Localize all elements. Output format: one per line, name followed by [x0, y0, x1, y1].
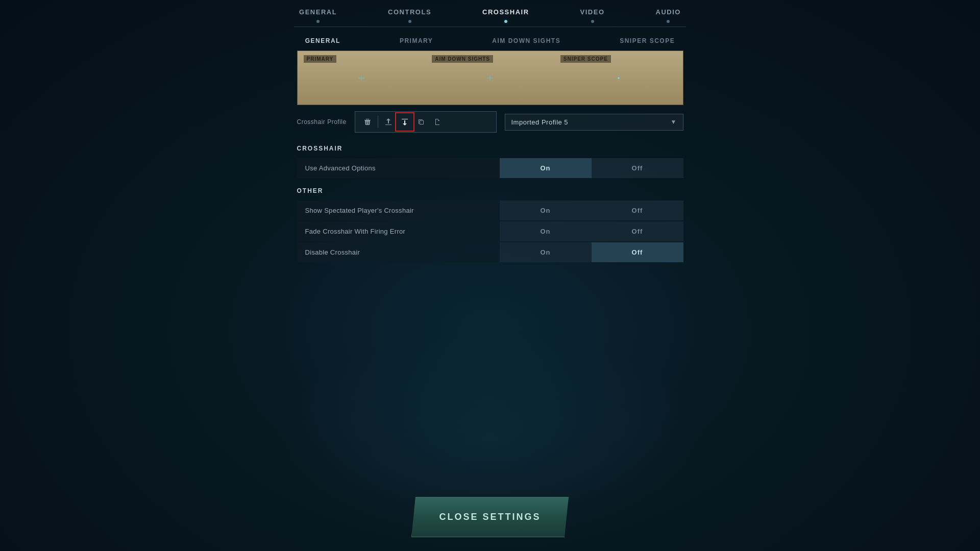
dot-crosshair-icon — [618, 77, 620, 79]
preview-primary-label: PRIMARY — [304, 55, 337, 63]
use-advanced-options-off[interactable]: Off — [592, 158, 683, 178]
nav-item-audio[interactable]: AUDIO — [651, 8, 686, 23]
preview-sniper-label: SNIPER SCOPE — [560, 55, 611, 63]
settings-content: CROSSHAIR Use Advanced Options On Off OT… — [297, 145, 683, 263]
settings-container: GENERAL CONTROLS CROSSHAIR VIDEO AUDIO G… — [0, 0, 980, 551]
top-nav: GENERAL CONTROLS CROSSHAIR VIDEO AUDIO — [294, 0, 686, 23]
nav-dot-audio — [667, 20, 670, 23]
nav-dot-general — [316, 20, 320, 23]
show-spectated-crosshair-on[interactable]: On — [500, 201, 592, 220]
delete-profile-button[interactable] — [359, 114, 376, 130]
fade-crosshair-on[interactable]: On — [500, 221, 592, 241]
show-spectated-crosshair-off[interactable]: Off — [592, 201, 683, 220]
fade-crosshair-row: Fade Crosshair With Firing Error On Off — [297, 221, 683, 241]
crosshair-primary — [357, 74, 365, 82]
crosshair-profile-label: Crosshair Profile — [297, 118, 355, 126]
export-profile-button[interactable] — [380, 114, 397, 130]
sub-nav-aim-down-sights[interactable]: AIM DOWN SIGHTS — [488, 35, 565, 46]
import-profile-button[interactable] — [397, 114, 413, 130]
crosshair-ads — [486, 74, 494, 82]
use-advanced-options-label: Use Advanced Options — [297, 158, 500, 178]
crosshair-section-header: CROSSHAIR — [297, 145, 683, 154]
nav-item-crosshair[interactable]: CROSSHAIR — [477, 8, 534, 23]
nav-item-general[interactable]: GENERAL — [294, 8, 342, 23]
nav-item-controls[interactable]: CONTROLS — [383, 8, 436, 23]
divider — [378, 116, 378, 128]
crosshair-sniper — [618, 77, 620, 79]
use-advanced-options-toggle: On Off — [500, 158, 683, 178]
nav-dot-crosshair — [504, 20, 507, 23]
preview-sniper: SNIPER SCOPE — [554, 51, 683, 105]
profile-controls: Crosshair Profile — [297, 111, 683, 133]
use-advanced-options-on[interactable]: On — [500, 158, 592, 178]
sub-nav: GENERAL PRIMARY AIM DOWN SIGHTS SNIPER S… — [301, 35, 679, 51]
disable-crosshair-on[interactable]: On — [500, 242, 592, 262]
preview-ads: AIM DOWN SIGHTS — [426, 51, 554, 105]
use-advanced-options-row: Use Advanced Options On Off — [297, 158, 683, 178]
disable-crosshair-off[interactable]: Off — [592, 242, 683, 262]
selected-profile-label: Imported Profile 5 — [511, 118, 569, 126]
disable-crosshair-row: Disable Crosshair On Off — [297, 242, 683, 262]
other-section-header: OTHER — [297, 187, 683, 196]
sub-nav-sniper-scope[interactable]: SNIPER SCOPE — [616, 35, 679, 46]
crosshair-small-icon — [357, 74, 365, 82]
disable-crosshair-label: Disable Crosshair — [297, 242, 500, 262]
profile-action-buttons — [355, 111, 497, 133]
profile-dropdown[interactable]: Imported Profile 5 ▼ — [505, 114, 683, 131]
chevron-down-icon: ▼ — [671, 118, 677, 126]
preview-primary: PRIMARY — [298, 51, 426, 105]
show-spectated-crosshair-label: Show Spectated Player's Crosshair — [297, 201, 500, 220]
nav-dot-controls — [408, 20, 411, 23]
crosshair-preview: PRIMARY AIM DOWN SIGHTS SNIPER SCOPE — [297, 51, 683, 105]
show-spectated-crosshair-row: Show Spectated Player's Crosshair On Off — [297, 201, 683, 220]
fade-crosshair-toggle: On Off — [500, 221, 683, 241]
nav-item-video[interactable]: VIDEO — [575, 8, 610, 23]
copy-profile-button[interactable] — [413, 114, 429, 130]
sub-nav-general[interactable]: GENERAL — [301, 35, 345, 46]
disable-crosshair-toggle: On Off — [500, 242, 683, 262]
nav-dot-video — [591, 20, 594, 23]
show-spectated-crosshair-toggle: On Off — [500, 201, 683, 220]
paste-profile-button[interactable] — [429, 114, 446, 130]
sub-nav-primary[interactable]: PRIMARY — [396, 35, 437, 46]
crosshair-small-ads-icon — [486, 74, 494, 82]
fade-crosshair-off[interactable]: Off — [592, 221, 683, 241]
fade-crosshair-label: Fade Crosshair With Firing Error — [297, 221, 500, 241]
preview-ads-label: AIM DOWN SIGHTS — [432, 55, 493, 63]
